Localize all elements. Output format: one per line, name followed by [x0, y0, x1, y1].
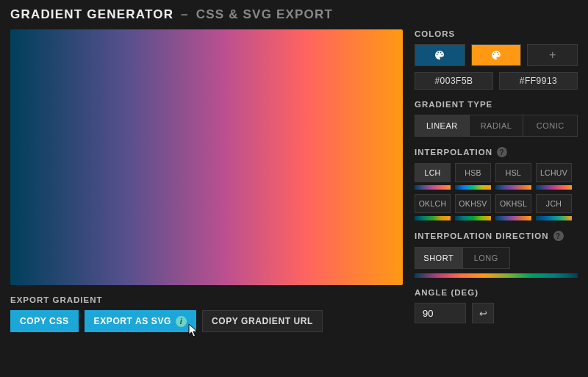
export-label: EXPORT GRADIENT: [10, 295, 403, 304]
info-icon: i: [176, 316, 187, 327]
angle-value: 90: [423, 308, 433, 319]
export-svg-button[interactable]: EXPORT AS SVG i: [85, 310, 196, 332]
gradient-bar: [415, 273, 578, 278]
export-svg-label: EXPORT AS SVG: [94, 316, 171, 326]
gradient-bar: [495, 216, 531, 220]
gradient-bar: [536, 216, 572, 220]
color-hex-1[interactable]: #003F5B: [415, 72, 493, 90]
copy-url-label: COPY GRADIENT URL: [212, 316, 313, 326]
interp-lch[interactable]: LCH: [415, 163, 451, 182]
dir-long[interactable]: LONG: [463, 248, 510, 268]
colors-label: COLORS: [415, 29, 578, 38]
palette-icon: [490, 49, 502, 61]
interpolation-label-text: INTERPOLATION: [415, 148, 492, 157]
reverse-icon: ↩: [479, 308, 487, 319]
help-icon[interactable]: ?: [497, 147, 507, 157]
angle-reverse-button[interactable]: ↩: [472, 303, 494, 323]
gradient-bar: [455, 185, 491, 190]
interp-hsl[interactable]: HSL: [495, 163, 531, 182]
gradient-bar: [495, 185, 531, 190]
interp-hsb[interactable]: HSB: [455, 163, 491, 182]
palette-icon: [434, 49, 445, 61]
gradient-type-group: LINEAR RADIAL CONIC: [415, 115, 578, 137]
add-color-button[interactable]: +: [527, 44, 578, 66]
dir-short[interactable]: SHORT: [415, 248, 463, 268]
interp-direction-group: SHORT LONG: [415, 247, 510, 269]
color-hex-2[interactable]: #FF9913: [499, 72, 578, 90]
copy-css-label: COPY CSS: [20, 316, 69, 326]
copy-css-button[interactable]: COPY CSS: [10, 310, 79, 332]
interp-okhsv[interactable]: OKHSV: [455, 194, 491, 213]
gradient-bar: [415, 216, 451, 220]
gradient-type-label: GRADIENT TYPE: [415, 100, 578, 109]
gradient-preview: [10, 29, 403, 285]
color-swatch-2[interactable]: [471, 44, 522, 66]
gradient-bar: [536, 185, 572, 190]
interp-okhsl[interactable]: OKHSL: [495, 194, 531, 213]
angle-input[interactable]: 90: [415, 303, 466, 323]
gradient-bar: [455, 216, 491, 220]
angle-label: ANGLE (DEG): [415, 288, 578, 297]
interpolation-group: LCH HSB HSL LCHUV OKLCH OKHSV OKHSL JCH: [415, 163, 578, 220]
page-title: GRADIENT GENERATOR – CSS & SVG EXPORT: [0, 0, 588, 26]
help-icon[interactable]: ?: [553, 231, 564, 241]
title-main: GRADIENT GENERATOR: [10, 7, 173, 21]
type-radial[interactable]: RADIAL: [470, 115, 524, 136]
gradient-bar: [415, 185, 451, 190]
interp-direction-label: INTERPOLATION DIRECTION ?: [415, 231, 578, 241]
title-separator: –: [178, 7, 192, 21]
type-linear[interactable]: LINEAR: [415, 115, 470, 136]
interp-direction-label-text: INTERPOLATION DIRECTION: [415, 231, 549, 240]
interp-lchuv[interactable]: LCHUV: [536, 163, 572, 182]
interp-jch[interactable]: JCH: [536, 194, 572, 213]
color-swatch-1[interactable]: [415, 44, 465, 66]
interp-oklch[interactable]: OKLCH: [415, 194, 451, 213]
title-subtitle: CSS & SVG EXPORT: [196, 7, 333, 21]
plus-icon: +: [549, 49, 556, 62]
copy-url-button[interactable]: COPY GRADIENT URL: [202, 310, 323, 332]
type-conic[interactable]: CONIC: [523, 115, 577, 136]
interpolation-label: INTERPOLATION ?: [415, 147, 578, 157]
